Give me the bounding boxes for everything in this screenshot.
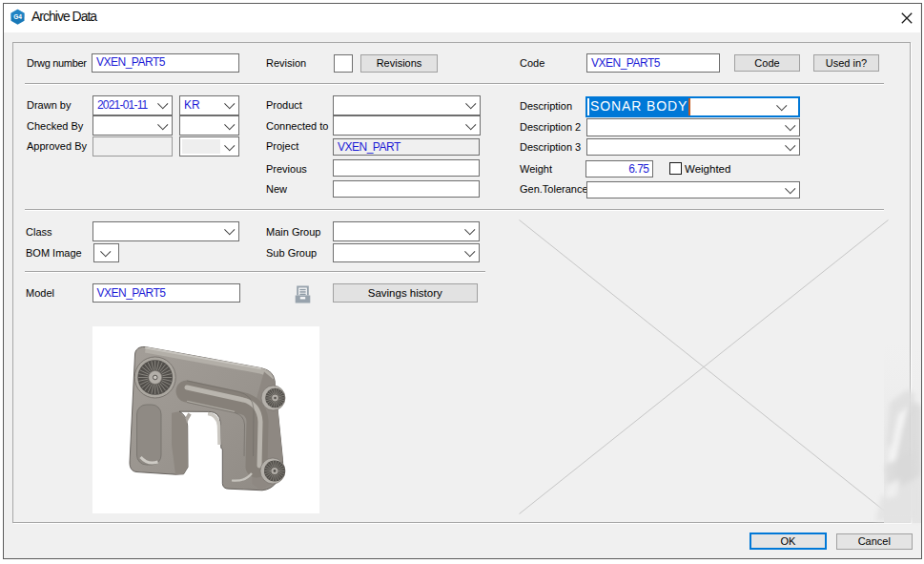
svg-text:G4: G4 [13, 13, 22, 20]
